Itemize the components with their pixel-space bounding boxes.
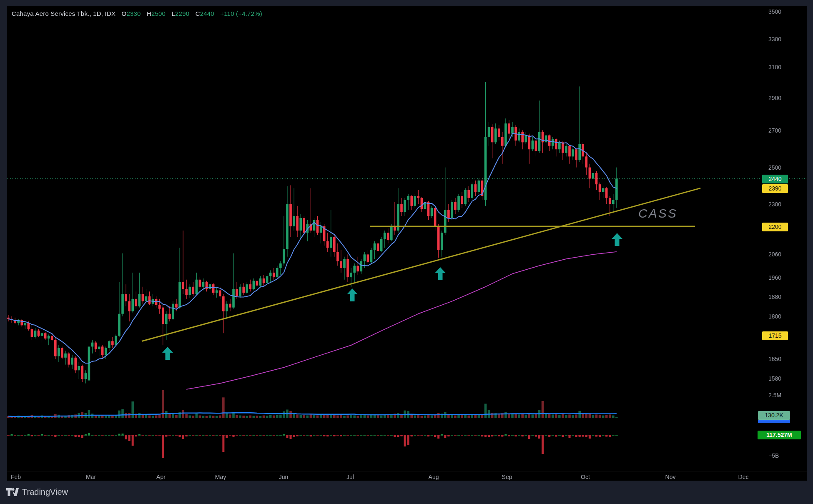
tradingview-chart-app: Cahaya Aero Services Tbk., 1D, IDX O2330… xyxy=(0,0,813,504)
month-label: Feb xyxy=(11,474,21,480)
price-badge-drawing: 1715 xyxy=(762,331,788,340)
ohlc-open-label: O xyxy=(122,10,127,17)
trendline-label-cass[interactable]: CASS xyxy=(638,206,678,221)
volume-badge-last: 130.2K xyxy=(758,411,790,420)
month-label: Dec xyxy=(738,474,749,480)
price-tick-label: 2060 xyxy=(768,251,781,258)
price-tick-label: 3500 xyxy=(768,8,781,15)
symbol-title[interactable]: Cahaya Aero Services Tbk., 1D, IDX xyxy=(12,10,115,17)
price-tick-label: 1960 xyxy=(768,274,781,281)
price-badge-current: 2440 xyxy=(762,175,788,183)
tradingview-brand-link[interactable]: TradingView xyxy=(6,487,68,497)
price-tick-label: 2300 xyxy=(768,201,781,208)
ohlc-high-label: H xyxy=(147,10,151,17)
month-label: Apr xyxy=(156,474,166,480)
ohlc-close-value: 2440 xyxy=(200,10,214,17)
price-tick-label: 1650 xyxy=(768,356,781,362)
ohlc-low-label: L xyxy=(172,10,176,17)
net-volume-badge: 117.527M xyxy=(758,431,801,439)
month-label: Mar xyxy=(86,474,96,480)
price-tick-label: 1880 xyxy=(768,293,781,300)
month-label: Oct xyxy=(581,474,590,480)
volume-tick-label: 2.5M xyxy=(768,392,781,399)
footer-bar: TradingView xyxy=(0,481,813,504)
price-tick-label: 2500 xyxy=(768,164,781,171)
change-value: +110 (+4.72%) xyxy=(220,10,262,17)
symbol-legend[interactable]: Cahaya Aero Services Tbk., 1D, IDX O2330… xyxy=(12,10,262,17)
tradingview-logo-icon xyxy=(6,488,19,496)
month-label: Nov xyxy=(665,474,676,480)
tradingview-brand-label: TradingView xyxy=(22,487,68,497)
volume-ma-badge-strip xyxy=(758,420,790,423)
price-tick-label: 3100 xyxy=(768,64,781,70)
price-badge-drawing: 2200 xyxy=(762,223,788,231)
month-label: Aug xyxy=(429,474,439,480)
ohlc-high-value: 2500 xyxy=(151,10,166,17)
ohlc-low-value: 2290 xyxy=(175,10,189,17)
month-label: May xyxy=(215,474,226,480)
ohlc-open-value: 2330 xyxy=(126,10,141,17)
volume-tick-label: −5B xyxy=(768,452,779,459)
price-tick-label: 1580 xyxy=(768,375,781,382)
price-tick-label: 1800 xyxy=(768,313,781,320)
price-tick-label: 2900 xyxy=(768,95,781,101)
month-label: Jun xyxy=(279,474,289,480)
ohlc-close-label: C xyxy=(196,10,200,17)
price-tick-label: 2700 xyxy=(768,127,781,134)
price-axis[interactable] xyxy=(765,0,813,474)
price-badge-drawing: 2390 xyxy=(762,184,788,193)
month-label: Jul xyxy=(346,474,354,480)
month-label: Sep xyxy=(502,474,512,480)
chart-canvas[interactable] xyxy=(0,0,813,504)
price-tick-label: 3300 xyxy=(768,36,781,43)
